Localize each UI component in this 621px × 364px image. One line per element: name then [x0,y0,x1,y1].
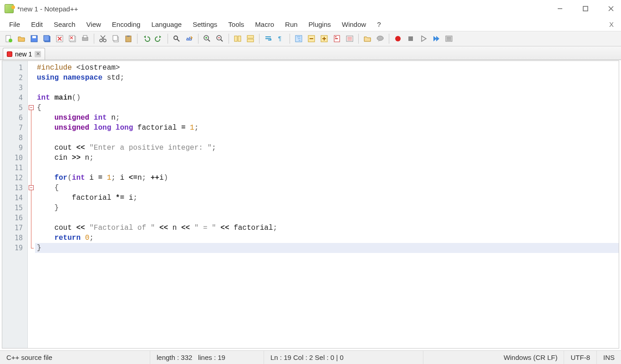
code-line[interactable]: #include <iostream> [35,63,619,73]
wrap-button[interactable] [262,33,274,45]
sync-v-icon [234,35,242,43]
indent-guide-button[interactable] [293,33,305,45]
menu-macro[interactable]: Macro [250,19,279,30]
undo-button[interactable] [140,33,152,45]
minimize-button[interactable] [554,2,566,15]
play-button[interactable] [417,33,429,45]
code-line[interactable]: unsigned long long factorial = 1; [35,123,619,133]
close-button[interactable] [605,2,617,15]
show-all-button[interactable]: ¶ [275,33,287,45]
svg-rect-62 [408,36,413,41]
macro-list-button[interactable] [443,33,455,45]
code-view[interactable]: #include <iostream>using namespace std;i… [35,61,619,348]
sync-v-button[interactable] [232,33,244,45]
folder-icon [363,35,372,43]
menu-language[interactable]: Language [147,19,186,30]
new-button[interactable] [3,33,15,45]
stop-icon [407,35,415,43]
save-button[interactable] [28,33,40,45]
app-icon [5,4,14,13]
unfold-all-button[interactable] [318,33,330,45]
status-encoding: UTF-8 [564,351,597,364]
editor-area: 12345678910111213141516171819 #include <… [2,61,619,349]
menubar-close-icon[interactable]: X [606,20,616,28]
menu-search[interactable]: Search [49,19,80,30]
code-line[interactable]: } [35,203,619,213]
code-line[interactable]: cin >> n; [35,153,619,163]
menu-window[interactable]: Window [337,19,371,30]
close-all-button[interactable] [66,33,78,45]
maximize-button[interactable] [579,2,592,15]
svg-point-19 [100,39,102,42]
replace-button[interactable]: ab [183,33,195,45]
stop-button[interactable] [405,33,417,45]
folder-button[interactable] [361,33,373,45]
record-button[interactable] [392,33,404,45]
menu-view[interactable]: View [82,19,106,30]
code-line[interactable]: { [35,103,619,113]
menu-settings[interactable]: Settings [188,19,222,30]
paste-button[interactable] [122,33,134,45]
fold-toggle-icon[interactable] [29,185,34,190]
new-icon [5,35,13,43]
menu-plugins[interactable]: Plugins [304,19,336,30]
save-all-icon [43,35,51,43]
sync-h-button[interactable] [244,33,256,45]
code-line[interactable] [35,213,619,223]
zoom-out-button[interactable] [214,33,226,45]
close-button[interactable] [54,33,66,45]
code-line[interactable]: int main() [35,93,619,103]
status-position: Ln : 19 Col : 2 Sel : 0 | 0 [264,351,423,364]
play-multi-button[interactable] [430,33,442,45]
redo-button[interactable] [153,33,165,45]
fold-all-button[interactable] [305,33,317,45]
function-list-button[interactable] [344,33,356,45]
doc-map-button[interactable] [331,33,343,45]
find-button[interactable] [171,33,183,45]
comment-icon [376,35,384,43]
svg-text:¶: ¶ [278,35,281,42]
code-line[interactable] [35,163,619,173]
code-line[interactable]: cout << "Enter a positive integer: "; [35,143,619,153]
tab-label: new 1 [15,51,32,58]
menu-edit[interactable]: Edit [26,19,47,30]
line-number: 5 [2,103,27,113]
wrap-icon [264,35,272,43]
svg-point-60 [377,36,383,40]
comment-button[interactable] [374,33,386,45]
save-all-button[interactable] [41,33,53,45]
print-button[interactable] [79,33,91,45]
menu-tools[interactable]: Tools [224,19,249,30]
code-line[interactable]: return 0; [35,233,619,243]
code-line[interactable]: { [35,183,619,193]
svg-point-20 [103,39,106,42]
line-number: 1 [2,63,27,73]
code-line[interactable]: } [35,243,619,253]
line-number-gutter: 12345678910111213141516171819 [2,61,28,348]
open-button[interactable] [15,33,27,45]
fold-toggle-icon[interactable] [29,105,34,110]
copy-button[interactable] [110,33,122,45]
code-line[interactable]: unsigned int n; [35,113,619,123]
code-line[interactable] [35,83,619,93]
menu-[interactable]: ? [372,19,385,30]
code-line[interactable]: factorial *= i; [35,193,619,203]
line-number: 16 [2,213,27,223]
menu-encoding[interactable]: Encoding [107,19,145,30]
window-title: *new 1 - Notepad++ [17,5,78,13]
code-line[interactable] [35,133,619,143]
zoom-in-button[interactable] [201,33,213,45]
menu-file[interactable]: File [5,19,25,30]
svg-rect-38 [238,36,241,41]
code-line[interactable]: using namespace std; [35,73,619,83]
tab-new-1[interactable]: new 1 ✕ [3,48,45,60]
function-list-icon [346,35,354,43]
indent-guide-icon [295,35,303,43]
tab-close-icon[interactable]: ✕ [35,51,41,57]
menu-run[interactable]: Run [280,19,302,30]
line-number: 17 [2,223,27,233]
zoom-in-icon [203,35,211,43]
cut-button[interactable] [97,33,109,45]
code-line[interactable]: cout << "Factorial of " << n << " = " <<… [35,223,619,233]
code-line[interactable]: for(int i = 1; i <=n; ++i) [35,173,619,183]
